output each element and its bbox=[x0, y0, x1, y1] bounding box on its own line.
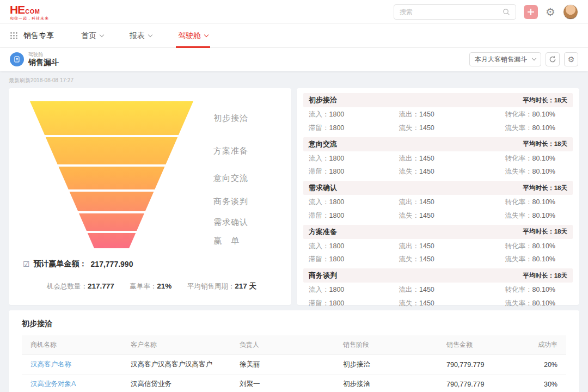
stage-duration: 平均时长：18天 bbox=[523, 272, 567, 280]
metric-label: 流失率： bbox=[505, 124, 532, 132]
metric-label: 流出： bbox=[399, 286, 420, 293]
table-row[interactable]: 汉高客户名称汉高客户汉高客户汉高客户徐美丽初步接洽790,779.77920% bbox=[22, 355, 566, 375]
nav-item-cockpit[interactable]: 驾驶舱 bbox=[178, 24, 208, 48]
column-header[interactable]: 负责人 bbox=[240, 335, 343, 355]
stage-metric: 流失：1450 bbox=[399, 254, 477, 265]
search-icon[interactable] bbox=[503, 8, 510, 16]
expected-win-value: 217,777.990 bbox=[91, 260, 133, 268]
opportunity-link[interactable]: 汉高客户名称 bbox=[22, 355, 131, 375]
stage-header[interactable]: 方案准备平均时长：18天 bbox=[303, 225, 573, 239]
funnel-segment-4[interactable] bbox=[70, 192, 154, 211]
opportunity-table: 商机名称客户名称负责人销售阶段销售金额成功率 汉高客户名称汉高客户汉高客户汉高客… bbox=[22, 335, 566, 392]
stage-metric: 流失：1450 bbox=[399, 211, 477, 221]
funnel-stage-label: 方案准备 bbox=[213, 146, 248, 155]
funnel-segment-3[interactable] bbox=[58, 167, 164, 189]
column-header[interactable]: 客户名称 bbox=[131, 335, 240, 355]
metric-label: 流入： bbox=[309, 155, 329, 162]
stage-header[interactable]: 需求确认平均时长：18天 bbox=[303, 181, 573, 195]
stage-duration: 平均时长：18天 bbox=[523, 228, 567, 236]
stage-metric: 流失率：80.10% bbox=[477, 167, 567, 177]
stat-total-opportunities: 机会总数量：217.777 bbox=[47, 281, 114, 291]
funnel-segment-1[interactable] bbox=[30, 101, 193, 135]
stage-metric-row: 流入：1800流出：1450转化率：80.10% bbox=[303, 151, 573, 165]
metric-value: 1800 bbox=[329, 198, 345, 206]
hecom-logo[interactable]: HE COM 和你一起，科技未来 bbox=[10, 4, 49, 20]
table-body: 汉高客户名称汉高客户汉高客户汉高客户徐美丽初步接洽790,779.77920%汉… bbox=[22, 355, 566, 392]
stage-header[interactable]: 初步接洽平均时长：18天 bbox=[303, 93, 573, 107]
metric-value: 1450 bbox=[419, 124, 434, 132]
stage-metric-row: 流入：1800流出：1450转化率：80.10% bbox=[303, 239, 573, 253]
funnel-segment-2[interactable] bbox=[46, 137, 177, 164]
top-header: HE COM 和你一起，科技未来 ⚙ bbox=[0, 0, 588, 24]
nav-item-reports[interactable]: 报表 bbox=[130, 24, 152, 48]
metric-value: 1450 bbox=[419, 286, 434, 293]
metric-label: 流出： bbox=[399, 242, 420, 250]
nav-item-label: 报表 bbox=[130, 31, 145, 41]
settings-gear-icon[interactable]: ⚙ bbox=[546, 7, 555, 17]
metric-label: 流入： bbox=[309, 242, 329, 250]
metric-value: 1800 bbox=[329, 212, 345, 219]
stage-metric: 转化率：80.10% bbox=[477, 285, 567, 295]
search-box[interactable] bbox=[394, 4, 516, 20]
stage-metric-row: 滞留：1800流失：1450流失率：80.10% bbox=[303, 252, 573, 266]
stage-block-3: 需求确认平均时长：18天流入：1800流出：1450转化率：80.10%滞留：1… bbox=[303, 181, 573, 222]
stage-metric: 流入：1800 bbox=[309, 109, 399, 120]
table-cell: 20% bbox=[517, 355, 566, 375]
stage-metric-row: 流入：1800流出：1450转化率：80.10% bbox=[303, 107, 573, 121]
stage-header[interactable]: 意向交流平均时长：18天 bbox=[303, 137, 573, 151]
stage-duration: 平均时长：18天 bbox=[523, 96, 567, 105]
gear-icon: ⚙ bbox=[568, 55, 575, 64]
metric-label: 流失： bbox=[399, 299, 420, 307]
funnel-segment-6[interactable] bbox=[88, 233, 136, 248]
metric-label: 流失率： bbox=[505, 168, 532, 175]
stage-metric: 流失率：80.10% bbox=[477, 211, 567, 221]
stage-block-5: 商务谈判平均时长：18天流入：1800流出：1450转化率：80.10%滞留：1… bbox=[303, 268, 573, 310]
stage-header[interactable]: 商务谈判平均时长：18天 bbox=[303, 268, 573, 283]
column-header[interactable]: 成功率 bbox=[517, 335, 566, 355]
column-header[interactable]: 商机名称 bbox=[22, 335, 131, 355]
app-grid-icon[interactable] bbox=[10, 32, 18, 40]
stat-avg-cycle: 平均销售周期：217 天 bbox=[187, 281, 256, 291]
metric-value: 1450 bbox=[419, 198, 434, 206]
funnel-filter-select[interactable]: 本月大客销售漏斗 bbox=[469, 52, 541, 66]
stage-name: 初步接洽 bbox=[309, 95, 337, 105]
metric-label: 流入： bbox=[309, 286, 329, 293]
metric-label: 流失： bbox=[399, 255, 420, 263]
last-refresh-note: 最新刷新2018-08-08 17:27 bbox=[9, 77, 579, 84]
stage-metric: 滞留：1800 bbox=[309, 167, 399, 177]
metric-label: 流出： bbox=[399, 155, 420, 162]
expected-win-label: 预计赢单金额： bbox=[34, 259, 87, 269]
metric-label: 滞留： bbox=[309, 212, 329, 219]
chart-settings-button[interactable]: ⚙ bbox=[564, 52, 578, 66]
stage-metric: 流出：1450 bbox=[399, 154, 477, 164]
table-row[interactable]: 汉高业务对象A汉高信贷业务刘聚一初步接洽790,779.77930% bbox=[22, 375, 566, 392]
metric-label: 流入： bbox=[309, 111, 329, 118]
metric-label: 流失： bbox=[399, 212, 420, 219]
stage-metric: 转化率：80.10% bbox=[477, 109, 567, 120]
metric-value: 1800 bbox=[329, 299, 345, 307]
stage-metric-row: 滞留：1800流失：1450流失率：80.10% bbox=[303, 296, 573, 310]
avatar[interactable] bbox=[563, 4, 578, 20]
stage-metric: 流失率：80.10% bbox=[477, 254, 567, 265]
metric-label: 流出： bbox=[399, 198, 420, 206]
stage-stats-card: 初步接洽平均时长：18天流入：1800流出：1450转化率：80.10%滞留：1… bbox=[297, 88, 579, 305]
metric-label: 流失： bbox=[399, 124, 420, 132]
column-header[interactable]: 销售金额 bbox=[446, 335, 517, 355]
refresh-button[interactable] bbox=[546, 52, 560, 66]
stage-metric: 流失率：80.10% bbox=[477, 298, 567, 309]
search-input[interactable] bbox=[400, 8, 503, 16]
chevron-down-icon bbox=[204, 32, 209, 36]
metric-label: 转化率： bbox=[505, 198, 532, 206]
column-header[interactable]: 销售阶段 bbox=[343, 335, 446, 355]
metric-value: 80.10% bbox=[532, 212, 555, 219]
metric-label: 流失率： bbox=[505, 255, 532, 263]
stage-name: 需求确认 bbox=[309, 183, 337, 193]
metric-value: 1800 bbox=[329, 124, 345, 132]
nav-item-home[interactable]: 首页 bbox=[81, 24, 103, 48]
funnel-segment-5[interactable] bbox=[79, 213, 144, 231]
stage-metric: 流入：1800 bbox=[309, 197, 399, 207]
metric-value: 1450 bbox=[419, 155, 434, 162]
checkbox-icon[interactable]: ☑ bbox=[23, 260, 30, 268]
opportunity-link[interactable]: 汉高业务对象A bbox=[22, 375, 131, 392]
add-button[interactable] bbox=[524, 5, 538, 19]
